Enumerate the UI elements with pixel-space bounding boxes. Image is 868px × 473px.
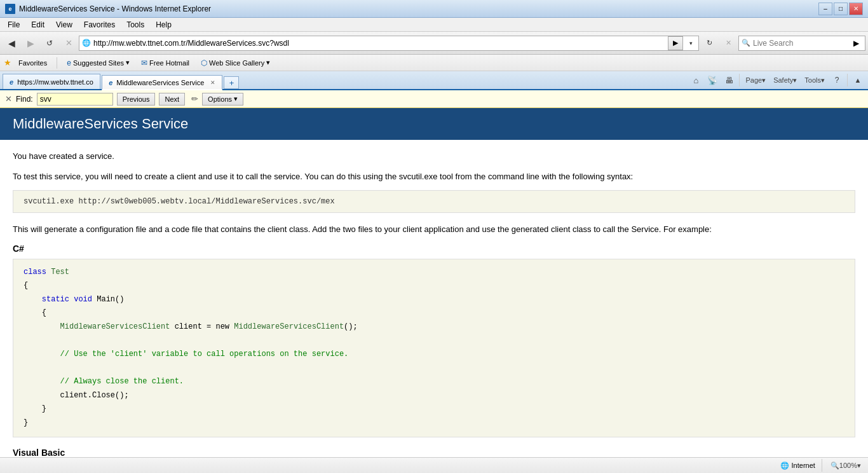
main-content: MiddlewareServices Service You have crea… [0,108,868,457]
go-button[interactable]: ▶ [668,36,683,50]
menu-view[interactable]: View [51,19,78,31]
safety-label: Safety [773,76,793,84]
favorites-button[interactable]: Favorites [14,57,51,69]
menu-help[interactable]: Help [151,19,177,31]
client-ctor: (); [344,322,358,331]
home-button[interactable]: ⌂ [688,72,703,88]
page-body: You have created a service. To test this… [0,140,868,457]
toolbar-divider-1 [739,74,740,86]
find-options-arrow: ▾ [234,95,238,103]
comment-2: // Always close the client. [60,377,184,386]
svcutil-command: svcutil.exe http://swt0web005.webtv.loca… [24,197,335,206]
tabs-toolbar-row: e https://mw.webtv.ttnet.com.... e Middl… [0,71,868,90]
forward-button[interactable]: ▶ [22,34,39,52]
csharp-code-block: class Test { static void Main() { Middle… [13,259,855,437]
refresh-nav-button[interactable]: ↻ [700,34,718,52]
ie-icon-blue: e [67,58,71,67]
client-var: client = new [170,322,234,331]
menu-favorites[interactable]: Favorites [79,19,120,31]
code-line-4: { [24,306,844,320]
search-input[interactable] [753,39,850,48]
menu-file[interactable]: File [3,19,25,31]
window-controls: – □ ✕ [818,3,863,15]
intro-3: This will generate a configuration file … [13,223,855,236]
suggested-sites-arrow: ▾ [126,58,130,67]
menu-edit[interactable]: Edit [26,19,50,31]
tab-1[interactable]: e MiddlewareServices Service ✕ [102,75,222,90]
help-button[interactable]: ? [829,72,844,88]
search-go-button[interactable]: ▶ [850,36,862,50]
code-line-5: MiddlewareServicesClient client = new Mi… [24,320,844,334]
find-options-button[interactable]: Options ▾ [202,93,243,106]
page-button[interactable]: Page ▾ [742,72,769,88]
web-slice-button[interactable]: ⬡ Web Slice Gallery ▾ [196,57,275,69]
menu-bar: File Edit View Favorites Tools Help [0,18,868,32]
tab-close-1[interactable]: ✕ [210,79,215,86]
find-input[interactable] [37,93,113,106]
print-button[interactable]: 🖶 [721,72,736,88]
class-name-test: Test [51,268,69,277]
client-close: client.Close(); [60,391,129,400]
free-hotmail-button[interactable]: ✉ Free Hotmail [137,57,194,69]
window-title: MiddlewareServices Service - Windows Int… [19,4,211,13]
keyword-static: static void [42,295,97,304]
address-dropdown-button[interactable]: ▾ [686,34,696,52]
address-bar: 🌐 ▶ ▾ [79,36,699,51]
search-ie-icon: 🔍 [742,39,750,47]
maximize-button[interactable]: □ [834,3,848,15]
code-line-6: // Use the 'client' variable to call ope… [24,348,844,362]
code-line-8: client.Close(); [24,389,844,403]
safety-arrow: ▾ [793,76,797,85]
comment-1: // Use the 'client' variable to call ope… [60,350,349,359]
page-heading: MiddlewareServices Service [13,116,855,132]
feed-button[interactable]: 📡 [705,72,720,88]
tab-icon-0: e [10,78,13,86]
search-bar: 🔍 ▶ [738,36,865,51]
favorites-bar: ★ Favorites e Suggested Sites ▾ ✉ Free H… [0,55,868,71]
safety-button[interactable]: Safety ▾ [770,72,800,88]
address-input[interactable] [93,39,665,48]
code-line-3: static void Main() [24,293,844,307]
find-pencil-icon: ✏ [191,94,198,104]
minimize-button[interactable]: – [818,3,832,15]
code-line-blank-1 [24,334,844,348]
brace-open-2: { [42,308,46,317]
csharp-heading: C# [13,243,855,254]
web-slice-icon: ⬡ [201,58,207,67]
tools-button[interactable]: Tools ▾ [801,72,828,88]
code-line-10: } [24,416,844,430]
favorites-label: Favorites [18,59,47,67]
code-line-blank-2 [24,362,844,376]
ie-icon: e [5,4,15,14]
close-button[interactable]: ✕ [849,3,863,15]
tab-icon-1: e [109,79,112,86]
main-method: Main() [97,295,124,304]
free-hotmail-label: Free Hotmail [149,59,189,67]
scrollbar-up[interactable]: ▲ [850,72,865,88]
web-slice-label: Web Slice Gallery [209,59,264,67]
find-close-icon[interactable]: ✕ [5,94,12,104]
title-bar: e MiddlewareServices Service - Windows I… [0,0,868,18]
client-class-2: MiddlewareServicesClient [234,322,344,331]
favorites-separator [57,57,57,69]
tools-label: Tools [804,76,821,84]
brace-close-outer: } [24,418,28,427]
find-label: Find: [16,95,33,104]
find-previous-button[interactable]: Previous [117,93,156,106]
new-tab-button[interactable]: + [224,76,239,89]
menu-tools[interactable]: Tools [121,19,149,31]
stop-nav-button[interactable]: ✕ [719,34,737,52]
svcutil-command-block: svcutil.exe http://swt0web005.webtv.loca… [13,190,855,213]
toolbar-icons: ⌂ 📡 🖶 Page ▾ Safety ▾ Tools ▾ ? ▲ [688,72,865,89]
tab-label-1: MiddlewareServices Service [116,79,204,86]
page-arrow: ▾ [762,76,766,85]
code-line-9: } [24,402,844,416]
stop-button[interactable]: ✕ [60,34,78,52]
suggested-sites-button[interactable]: e Suggested Sites ▾ [62,57,134,69]
tab-0[interactable]: e https://mw.webtv.ttnet.com.... [3,74,100,89]
find-next-button[interactable]: Next [159,93,185,106]
back-button[interactable]: ◀ [3,34,20,52]
tab-label-0: https://mw.webtv.ttnet.com.... [17,78,93,86]
toolbar-divider-2 [847,74,848,86]
refresh-button[interactable]: ↺ [41,34,58,52]
